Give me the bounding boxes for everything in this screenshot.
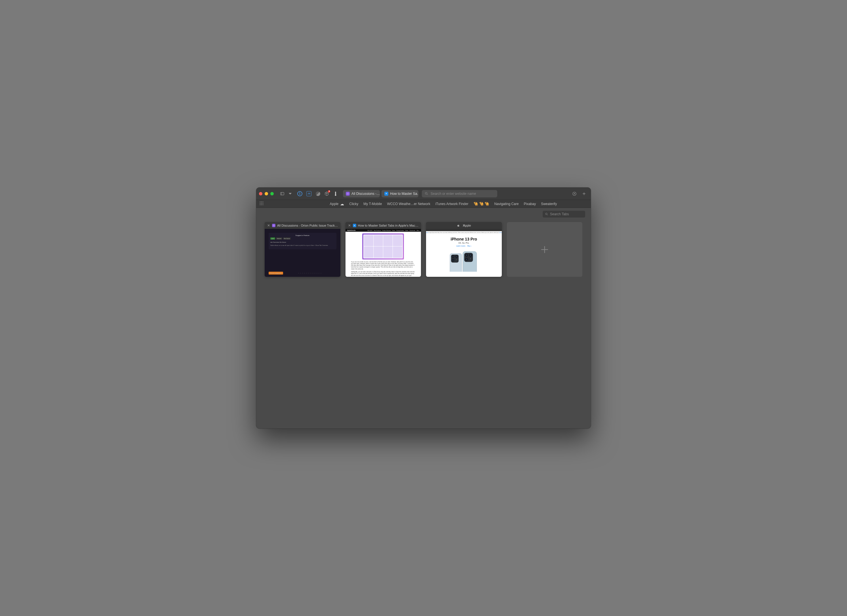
notification-badge [328,190,331,193]
search-icon [545,212,548,216]
address-placeholder: Search or enter website name [431,192,476,196]
tile-preview: Shop and get Specialist help, free no-co… [426,229,502,277]
orion-favicon [346,192,350,196]
preview-nav: digitaltrends CES 2022 Best Products Pro… [345,229,421,232]
tile-header: ✕ All Discussions - Orion Public Issue T… [265,222,340,229]
submit-button-preview: Submit suggestion [269,272,283,274]
digitaltrends-favicon: + [353,224,356,227]
digitaltrends-favicon: + [384,192,388,196]
onepassword-extension-icon[interactable]: 1 [297,191,302,196]
svg-point-25 [456,256,457,257]
preview-paragraph: Additionally, you can add a new tab or a… [351,271,416,277]
tile-header: ✕ Apple [426,222,502,229]
favorite-itunes-artwork[interactable]: iTunes Artwork Finder [435,202,468,206]
thermometer-extension-icon[interactable] [333,191,338,196]
apps-grid-icon[interactable] [260,201,264,206]
favorite-pixabay[interactable]: Pixabay [524,202,536,206]
tab-overview: Search Tabs ✕ All Discussions - Orion Pu… [256,208,591,429]
svg-point-3 [335,194,336,196]
tab-tile-digitaltrends[interactable]: ✕ + How to Master Safari Tabs in Apple's… [345,222,421,277]
search-icon [425,192,428,195]
svg-rect-30 [464,253,473,262]
cloud-icon: ☁ [340,202,344,206]
search-tabs-placeholder: Search Tabs [550,212,569,216]
orion-favicon [272,224,276,227]
tab-how-to-master[interactable]: + How to Master Sa… [382,190,418,197]
tag-chip: the future [283,237,291,240]
window-controls [259,192,274,195]
status-chip: open [270,237,275,240]
svg-point-4 [425,192,427,194]
tab-all-discussions[interactable]: All Discussions -… [343,190,380,197]
favorite-wcco[interactable]: WCCO Weathe…er Network [387,202,430,206]
svg-point-32 [466,254,468,256]
favorite-navigating-care[interactable]: Navigating Care [494,202,518,206]
svg-line-5 [427,194,428,195]
close-window-button[interactable] [259,192,263,195]
tile-preview: Suggest a Feature open feature the futur… [265,229,340,277]
favorite-apple[interactable]: Apple☁ [330,202,344,206]
fullscreen-window-button[interactable] [270,192,274,195]
panel-title: Suggest a Feature [270,234,335,236]
svg-rect-0 [280,192,284,195]
new-tab-button[interactable] [580,190,588,197]
new-tab-tile[interactable] [507,222,583,277]
svg-point-27 [452,259,454,261]
minimize-window-button[interactable] [265,192,268,195]
package-extension-icon[interactable] [324,191,329,196]
svg-point-28 [456,259,457,260]
tab-label: All Discussions -… [351,192,380,196]
preview-text: Safari allows us to see all open tabs if… [270,245,335,246]
pagination-dots: • • • • • • • • • • • • [284,272,336,274]
search-tabs-input[interactable]: Search Tabs [543,211,585,218]
svg-point-15 [260,205,260,205]
tab-grid: ✕ All Discussions - Orion Public Issue T… [265,222,582,277]
svg-point-18 [546,213,547,215]
favorite-camelcamelcamel[interactable]: 🐪 🐪 🐪 [474,202,489,206]
extension-icons: 1 JS [297,191,338,196]
tile-title: How to Master Safari Tabs in Apple's Mac… [358,224,419,227]
svg-point-13 [261,203,262,203]
svg-line-19 [547,215,548,215]
svg-point-17 [263,205,263,205]
svg-point-12 [260,203,260,203]
tab-tile-orion[interactable]: ✕ All Discussions - Orion Public Issue T… [265,222,340,277]
svg-point-14 [263,203,263,203]
preview-paragraph: If you use a lot of tabs at once, it can… [351,261,416,270]
close-tab-button[interactable]: ✕ [462,224,465,227]
preview-links: Learn more › Buy › [426,245,502,247]
svg-point-11 [263,202,263,202]
plus-icon [540,245,550,255]
contrast-extension-icon[interactable] [315,191,321,196]
preview-hero-image [362,233,404,259]
svg-point-9 [260,202,260,202]
favorite-sweaterify[interactable]: Sweaterify [541,202,557,206]
tab-tile-apple[interactable]: ✕ Apple Shop and get Specialist help, fr… [426,222,502,277]
favorites-bar: Apple☁ Clicky My T-Mobile WCCO Weathe…er… [256,200,591,208]
favorite-tmobile[interactable]: My T-Mobile [363,202,382,206]
tile-title: All Discussions - Orion Public Issue Tra… [277,224,338,227]
downloads-button[interactable] [570,190,578,197]
svg-point-10 [261,202,262,202]
close-tab-button[interactable]: ✕ [348,224,351,227]
svg-point-16 [261,205,262,205]
close-tab-button[interactable]: ✕ [267,224,270,227]
preview-heading: tab Overview the future [270,241,335,243]
browser-window: 1 JS All Discussions -… + How to Master … [256,187,591,429]
tab-group-menu-button[interactable] [288,190,292,197]
preview-heading: iPhone 13 Pro [426,237,502,241]
tag-chip: feature [276,237,282,240]
favorite-clicky[interactable]: Clicky [349,202,358,206]
sidebar-toggle-button[interactable] [278,190,286,197]
tab-label: How to Master Sa… [390,192,418,196]
svg-point-36 [466,259,468,260]
tile-preview: digitaltrends CES 2022 Best Products Pro… [345,229,421,277]
apple-favicon [457,224,460,227]
tile-header: ✕ + How to Master Safari Tabs in Apple's… [345,222,421,229]
js-extension-icon[interactable]: JS [306,191,312,196]
svg-rect-2 [335,192,336,195]
svg-point-34 [470,254,471,256]
address-bar[interactable]: Search or enter website name [422,190,497,197]
svg-point-23 [452,256,454,257]
preview-subheading: Oh. So. Pro. [426,242,502,244]
